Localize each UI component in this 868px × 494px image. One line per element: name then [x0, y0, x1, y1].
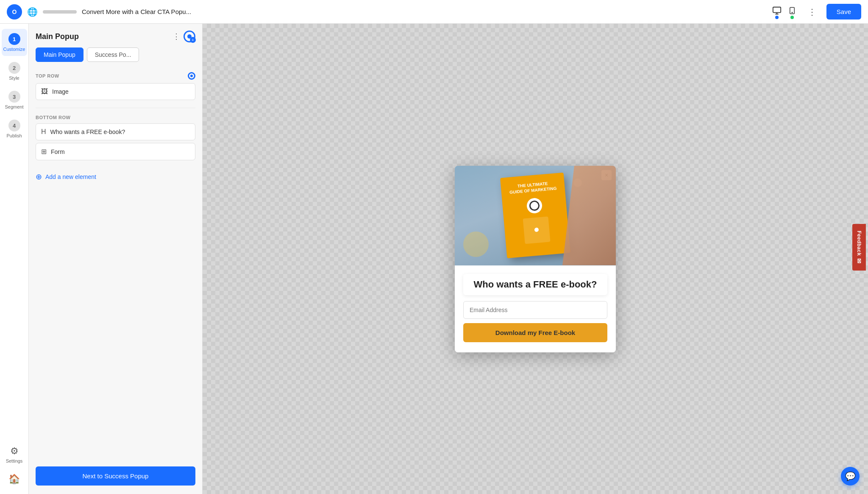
bottom-row-section: BOTTOM ROW H Who wants a FREE e-book? ⊞ …	[29, 110, 202, 166]
chat-bubble-button[interactable]: 💬	[841, 467, 860, 486]
add-element-label: Add a new element	[45, 173, 96, 180]
app-logo: O	[7, 4, 22, 20]
top-row-label: TOP ROW	[36, 72, 195, 80]
bottom-row-label: BOTTOM ROW	[36, 115, 195, 120]
form-element-row[interactable]: ⊞ Form	[36, 143, 195, 160]
feedback-icon: ✉	[856, 258, 862, 264]
step-3-label: Segment	[5, 104, 23, 109]
chat-icon: 💬	[845, 471, 856, 481]
popup-email-input[interactable]	[463, 301, 607, 319]
top-bar: O 🌐 Convert More with a Clear CTA Popu..…	[0, 0, 868, 24]
step-customize[interactable]: 1 Customize	[2, 29, 27, 56]
heading-element-row[interactable]: H Who wants a FREE e-book?	[36, 123, 195, 140]
panel-header: Main Popup ⋮ +	[29, 24, 202, 47]
add-circle-icon: ⊕	[36, 172, 42, 181]
heading-icon: H	[41, 128, 46, 136]
popup-cta-button[interactable]: Download my Free E-book	[463, 323, 607, 342]
step-3-circle: 3	[8, 91, 20, 103]
book-title: THE ULTIMATE GUIDE OF MARKETING	[509, 180, 557, 195]
step-2-label: Style	[9, 75, 19, 81]
step-2-circle: 2	[8, 62, 20, 74]
settings-label: Settings	[6, 458, 23, 463]
globe-icon: 🌐	[27, 7, 38, 17]
step-segment[interactable]: 3 Segment	[2, 87, 27, 114]
image-icon: 🖼	[41, 88, 48, 95]
desktop-view-button[interactable]	[771, 4, 783, 19]
save-button[interactable]: Save	[826, 4, 861, 20]
popup-headline: Who wants a FREE e-book?	[463, 274, 607, 295]
home-icon: 🏠	[8, 474, 20, 485]
popup-preview: THE ULTIMATE GUIDE OF MARKETING	[455, 166, 616, 352]
svg-point-4	[792, 12, 793, 13]
top-row-section: TOP ROW 🖼 Image	[29, 67, 202, 106]
panel-title: Main Popup	[36, 32, 169, 41]
book-card: THE ULTIMATE GUIDE OF MARKETING	[500, 173, 570, 258]
mobile-view-button[interactable]	[787, 4, 798, 19]
section-divider	[36, 108, 195, 108]
tab-success-popup[interactable]: Success Po...	[87, 47, 139, 62]
home-nav-item[interactable]: 🏠	[2, 469, 27, 489]
image-element-row[interactable]: 🖼 Image	[36, 83, 195, 100]
image-element-label: Image	[52, 88, 69, 95]
step-4-circle: 4	[8, 120, 20, 131]
main-layout: 1 Customize 2 Style 3 Segment 4 Publish …	[0, 24, 868, 494]
breadcrumb	[43, 10, 77, 14]
more-options-button[interactable]: ⋮	[804, 5, 820, 19]
popup-book-background: THE ULTIMATE GUIDE OF MARKETING	[455, 166, 616, 265]
top-row-indicator	[188, 72, 195, 80]
canvas-area: THE ULTIMATE GUIDE OF MARKETING	[203, 24, 868, 494]
steps-sidebar: 1 Customize 2 Style 3 Segment 4 Publish …	[0, 24, 29, 494]
panel: Main Popup ⋮ + Main Popup Success Po... …	[29, 24, 203, 494]
panel-more-button[interactable]: ⋮	[172, 32, 180, 41]
step-1-circle: 1	[8, 33, 20, 45]
gear-icon: ⚙	[10, 446, 19, 457]
popup-image-section: THE ULTIMATE GUIDE OF MARKETING	[455, 166, 616, 265]
top-bar-actions: ⋮ Save	[771, 4, 861, 20]
svg-rect-0	[773, 7, 781, 13]
device-switcher	[771, 4, 798, 19]
plus-badge: +	[190, 37, 196, 43]
form-icon: ⊞	[41, 148, 47, 156]
breadcrumb-item	[43, 10, 77, 14]
heading-element-label: Who wants a FREE e-book?	[50, 128, 125, 135]
next-button[interactable]: Next to Success Popup	[36, 466, 195, 486]
feedback-label: Feedback	[856, 231, 862, 256]
add-element-row[interactable]: ⊕ Add a new element	[29, 166, 202, 187]
panel-tabs: Main Popup Success Po...	[29, 47, 202, 67]
step-1-label: Customize	[3, 47, 25, 52]
feedback-tab[interactable]: Feedback ✉	[852, 224, 866, 271]
step-publish[interactable]: 4 Publish	[2, 115, 27, 142]
page-title: Convert More with a Clear CTA Popu...	[82, 8, 765, 15]
step-style[interactable]: 2 Style	[2, 58, 27, 85]
tab-main-popup[interactable]: Main Popup	[36, 47, 83, 62]
settings-nav-item[interactable]: ⚙ Settings	[2, 441, 27, 468]
step-4-label: Publish	[6, 133, 22, 138]
form-element-label: Form	[51, 148, 65, 155]
book-logo	[526, 198, 542, 214]
target-icon: +	[184, 31, 195, 42]
popup-content-section: Who wants a FREE e-book? Download my Fre…	[455, 265, 616, 352]
